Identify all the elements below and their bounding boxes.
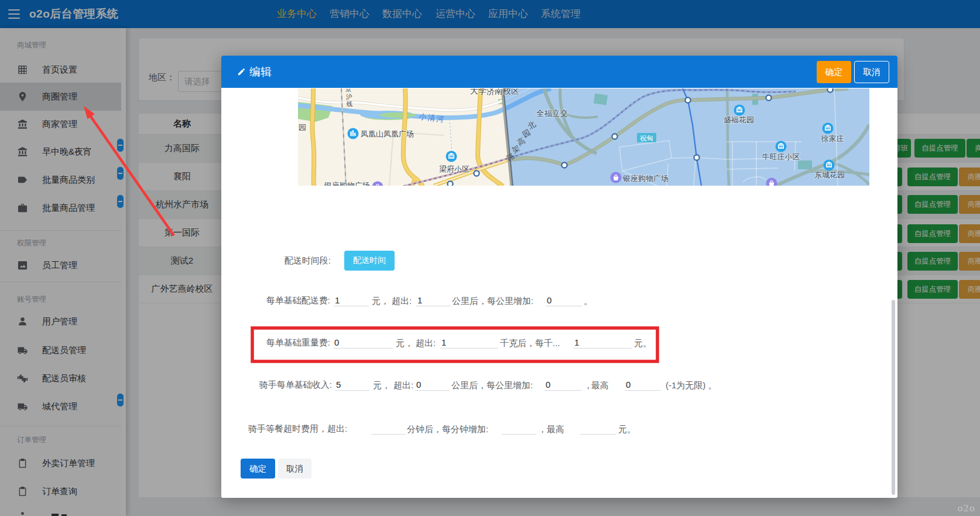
pencil-icon [237, 67, 246, 76]
exceed-text: 超出: [393, 380, 413, 391]
svg-text:线: 线 [347, 100, 353, 107]
rider-base-income-label: 骑手每单基础收入: [259, 380, 332, 391]
map-town-badge: 祝甸 [637, 133, 656, 142]
svg-text:大学济南校区: 大学济南校区 [470, 88, 519, 95]
exceed-kg-input[interactable] [440, 336, 498, 348]
edit-dialog: 编辑 确定 取消 [221, 56, 897, 498]
svg-text:银座购物广场: 银座购物广场 [324, 181, 370, 186]
svg-text:东城花园: 东城花园 [814, 170, 845, 179]
svg-text:银座购物广场: 银座购物广场 [622, 174, 669, 183]
exceed-text: 超出: [392, 296, 412, 307]
base-delivery-fee-label: 每单基础配送费: [266, 295, 330, 306]
per-km-text: 公里后，每公里增加: [451, 380, 533, 391]
unit-text: 元， [372, 296, 389, 307]
watermark: o2o [957, 503, 975, 514]
form-confirm-button[interactable]: 确定 [241, 459, 275, 479]
svg-text:京: 京 [345, 88, 352, 93]
svg-text:凤凰山凤凰广场: 凤凰山凤凰广场 [361, 129, 414, 138]
svg-text:徐家庄: 徐家庄 [821, 134, 844, 143]
svg-text:沪: 沪 [346, 93, 352, 100]
delivery-area-map[interactable]: 北 园 高 架 路 京 沪 线 小清河 园 大学济南校区 凤凰山凤凰广场 梁府小… [298, 88, 869, 186]
delivery-time-label: 配送时间段: [285, 255, 331, 266]
unit-text: 元， [396, 338, 413, 349]
per-minute-fee-input[interactable] [502, 422, 536, 435]
unlimited-note-text: (-1为无限) 。 [666, 380, 717, 391]
delivery-time-button[interactable]: 配送时间 [344, 251, 395, 271]
per-km-fee-input[interactable] [546, 294, 582, 306]
comma-max-text: ，最高 [538, 424, 564, 435]
base-fee-input[interactable] [334, 294, 369, 306]
per-kg-text: 千克后，每千... [500, 338, 560, 349]
wait-max-input[interactable] [580, 422, 616, 435]
per-kg-fee-input[interactable] [573, 336, 632, 348]
unit-period-text: 元。 [634, 338, 652, 349]
weight-fee-input[interactable] [333, 336, 393, 348]
rider-per-km-input[interactable] [544, 378, 582, 391]
unit-text: 元， [373, 380, 390, 391]
dialog-cancel-button[interactable]: 取消 [854, 61, 889, 83]
map-river-island [379, 112, 416, 118]
form-cancel-button[interactable]: 取消 [278, 459, 311, 479]
rider-income-input[interactable] [335, 378, 369, 391]
rider-wait-fee-label: 骑手等餐超时费用，超出: [248, 423, 347, 435]
svg-text:梁府小区: 梁府小区 [439, 165, 470, 173]
dialog-header: 编辑 确定 取消 [221, 56, 897, 88]
wait-minutes-input[interactable] [371, 422, 406, 435]
per-km-text: 公里后，每公里增加: [452, 296, 533, 307]
rider-exceed-km-input[interactable] [415, 378, 450, 391]
max-text: 最高 [591, 380, 609, 391]
dialog-title: 编辑 [249, 56, 272, 88]
base-weight-fee-label: 每单基础重量费: [266, 337, 330, 348]
period-text: 。 [584, 296, 592, 307]
per-minute-text: 分钟后，每分钟增加: [407, 424, 488, 435]
svg-text:盛福花园: 盛福花园 [724, 115, 754, 124]
exceed-km-input[interactable] [416, 294, 451, 306]
dialog-scrollbar-thumb[interactable] [892, 300, 895, 495]
unit-period-text: 元。 [618, 424, 636, 435]
svg-text:全福立交: 全福立交 [536, 109, 568, 118]
svg-text:牛旺庄小区: 牛旺庄小区 [762, 152, 800, 161]
svg-text:祝甸: 祝甸 [639, 135, 653, 142]
svg-text:园: 园 [299, 123, 306, 132]
rider-max-input[interactable] [625, 378, 661, 391]
dialog-confirm-button[interactable]: 确定 [817, 61, 851, 83]
exceed-text: 超出: [416, 338, 436, 349]
